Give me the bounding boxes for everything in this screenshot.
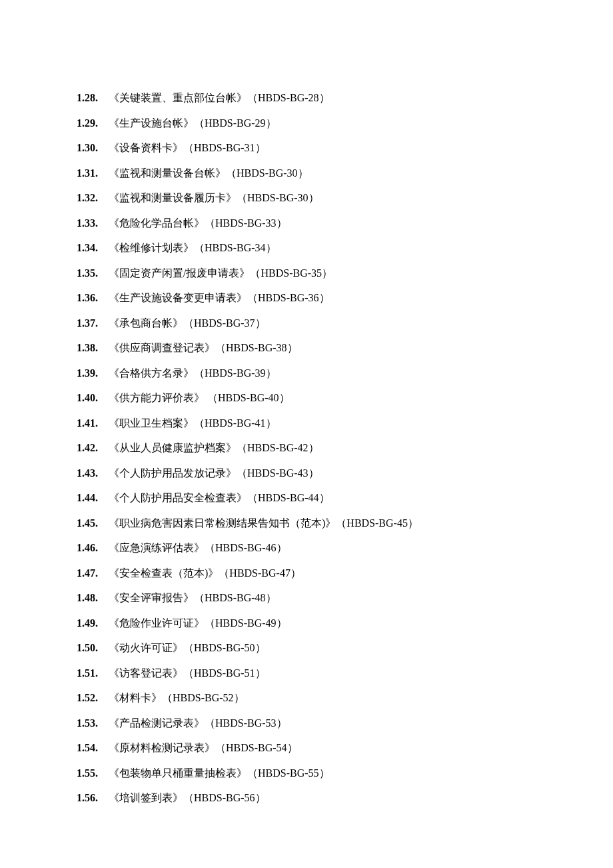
item-title: 《原材料检测记录表》 (109, 742, 215, 753)
item-number: 1.40. (77, 390, 109, 406)
item-title: 《个人防护用品发放记录》 (109, 467, 237, 479)
list-item: 1.32.《监视和测量设备履历卡》（HBDS-BG-30） (77, 190, 536, 206)
item-number: 1.47. (77, 565, 109, 581)
item-title: 《包装物单只桶重量抽检表》 (109, 767, 247, 779)
item-code: HBDS-BG-36 (258, 292, 319, 303)
item-text: 《个人防护用品发放记录》（HBDS-BG-43） (109, 465, 319, 481)
item-number: 1.42. (77, 440, 109, 456)
item-title: 《培训签到表》 (109, 792, 183, 803)
item-text: 《原材料检测记录表》（HBDS-BG-54） (109, 740, 298, 756)
item-number: 1.51. (77, 665, 109, 681)
item-code: HBDS-BG-31 (194, 142, 255, 153)
list-item: 1.53.《产品检测记录表》（HBDS-BG-53） (77, 715, 536, 731)
item-title: 《承包商台帐》 (109, 317, 183, 329)
item-text: 《生产设施设备变更申请表》（HBDS-BG-36） (109, 290, 330, 306)
list-item: 1.51.《访客登记表》（HBDS-BG-51） (77, 665, 536, 681)
item-text: 《生产设施台帐》（HBDS-BG-29） (109, 115, 277, 131)
item-title: 《安全评审报告》 (109, 592, 194, 603)
item-text: 《职业卫生档案》（HBDS-BG-41） (109, 415, 277, 431)
item-text: 《危险化学品台帐》（HBDS-BG-33） (109, 215, 287, 231)
item-number: 1.39. (77, 365, 109, 381)
item-text: 《个人防护用品安全检查表》（HBDS-BG-44） (109, 490, 330, 506)
item-code: HBDS-BG-56 (194, 792, 255, 803)
item-text: 《从业人员健康监护档案》（HBDS-BG-42） (109, 440, 319, 456)
item-number: 1.50. (77, 640, 109, 656)
item-code: HBDS-BG-29 (205, 117, 266, 129)
item-number: 1.31. (77, 165, 109, 181)
document-page: 1.28.《关键装置、重点部位台帐》（HBDS-BG-28）1.29.《生产设施… (0, 0, 613, 868)
list-item: 1.45.《职业病危害因素日常检测结果告知书（范本)》（HBDS-BG-45） (77, 515, 536, 531)
item-code: HBDS-BG-30 (247, 192, 308, 203)
item-code: HBDS-BG-40 (218, 392, 279, 403)
item-text: 《供应商调查登记表》（HBDS-BG-38） (109, 340, 298, 356)
item-title: 《从业人员健康监护档案》 (109, 442, 237, 453)
item-code: HBDS-BG-30 (237, 167, 298, 179)
item-number: 1.29. (77, 115, 109, 131)
item-number: 1.28. (77, 90, 109, 106)
item-code: HBDS-BG-53 (215, 717, 277, 729)
item-code: HBDS-BG-46 (215, 542, 277, 553)
item-text: 《包装物单只桶重量抽检表》（HBDS-BG-55） (109, 765, 330, 781)
item-text: 《培训签到表》（HBDS-BG-56） (109, 790, 266, 806)
item-title: 《供应商调查登记表》 (109, 342, 215, 353)
item-code: HBDS-BG-44 (258, 492, 319, 503)
item-number: 1.49. (77, 615, 109, 631)
list-item: 1.52.《材料卡》（HBDS-BG-52） (77, 690, 536, 706)
item-text: 《承包商台帐》（HBDS-BG-37） (109, 315, 266, 331)
item-code: HBDS-BG-37 (194, 317, 255, 329)
list-item: 1.56.《培训签到表》（HBDS-BG-56） (77, 790, 536, 806)
list-item: 1.40.《供方能力评价表》 （HBDS-BG-40） (77, 390, 536, 406)
item-text: 《安全检查表（范本)》（HBDS-BG-47） (109, 565, 301, 581)
item-text: 《合格供方名录》（HBDS-BG-39） (109, 365, 277, 381)
item-title: 《检维修计划表》 (109, 242, 194, 253)
item-code: HBDS-BG-48 (205, 592, 266, 603)
item-number: 1.44. (77, 490, 109, 506)
item-code: HBDS-BG-54 (226, 742, 287, 753)
item-text: 《供方能力评价表》 （HBDS-BG-40） (109, 390, 290, 406)
item-text: 《危险作业许可证》（HBDS-BG-49） (109, 615, 287, 631)
list-item: 1.28.《关键装置、重点部位台帐》（HBDS-BG-28） (77, 90, 536, 106)
item-text: 《访客登记表》（HBDS-BG-51） (109, 665, 266, 681)
item-number: 1.33. (77, 215, 109, 231)
item-number: 1.53. (77, 715, 109, 731)
item-code: HBDS-BG-28 (258, 92, 319, 103)
document-list: 1.28.《关键装置、重点部位台帐》（HBDS-BG-28）1.29.《生产设施… (77, 90, 536, 806)
item-text: 《产品检测记录表》（HBDS-BG-53） (109, 715, 287, 731)
item-title: 《关键装置、重点部位台帐》 (109, 92, 247, 103)
item-title: 《职业卫生档案》 (109, 417, 194, 429)
list-item: 1.48.《安全评审报告》（HBDS-BG-48） (77, 590, 536, 606)
item-code: HBDS-BG-33 (215, 217, 277, 229)
item-number: 1.52. (77, 690, 109, 706)
list-item: 1.35.《固定资产闲置/报废申请表》（HBDS-BG-35） (77, 265, 536, 281)
item-text: 《材料卡》（HBDS-BG-52） (109, 690, 245, 706)
list-item: 1.41.《职业卫生档案》（HBDS-BG-41） (77, 415, 536, 431)
item-text: 《固定资产闲置/报废申请表》（HBDS-BG-35） (109, 265, 332, 281)
item-code: HBDS-BG-49 (215, 617, 277, 629)
item-text: 《安全评审报告》（HBDS-BG-48） (109, 590, 277, 606)
list-item: 1.31.《监视和测量设备台帐》（HBDS-BG-30） (77, 165, 536, 181)
list-item: 1.47.《安全检查表（范本)》（HBDS-BG-47） (77, 565, 536, 581)
item-title: 《危险作业许可证》 (109, 617, 205, 629)
item-text: 《动火许可证》（HBDS-BG-50） (109, 640, 266, 656)
item-title: 《安全检查表（范本)》 (109, 567, 219, 579)
item-title: 《产品检测记录表》 (109, 717, 205, 729)
list-item: 1.49.《危险作业许可证》（HBDS-BG-49） (77, 615, 536, 631)
item-number: 1.37. (77, 315, 109, 331)
item-title: 《生产设施台帐》 (109, 117, 194, 129)
item-number: 1.46. (77, 540, 109, 556)
item-code: HBDS-BG-42 (247, 442, 308, 453)
item-title: 《生产设施设备变更申请表》 (109, 292, 247, 303)
item-number: 1.34. (77, 240, 109, 256)
item-title: 《个人防护用品安全检查表》 (109, 492, 247, 503)
item-title: 《监视和测量设备履历卡》 (109, 192, 237, 203)
item-title: 《监视和测量设备台帐》 (109, 167, 226, 179)
item-title: 《职业病危害因素日常检测结果告知书（范本)》 (109, 517, 336, 529)
item-code: HBDS-BG-39 (205, 367, 266, 379)
list-item: 1.42.《从业人员健康监护档案》（HBDS-BG-42） (77, 440, 536, 456)
list-item: 1.55.《包装物单只桶重量抽检表》（HBDS-BG-55） (77, 765, 536, 781)
item-code: HBDS-BG-47 (229, 567, 291, 579)
item-title: 《供方能力评价表》 (109, 392, 207, 403)
item-number: 1.55. (77, 765, 109, 781)
list-item: 1.39.《合格供方名录》（HBDS-BG-39） (77, 365, 536, 381)
item-code: HBDS-BG-45 (346, 517, 408, 529)
